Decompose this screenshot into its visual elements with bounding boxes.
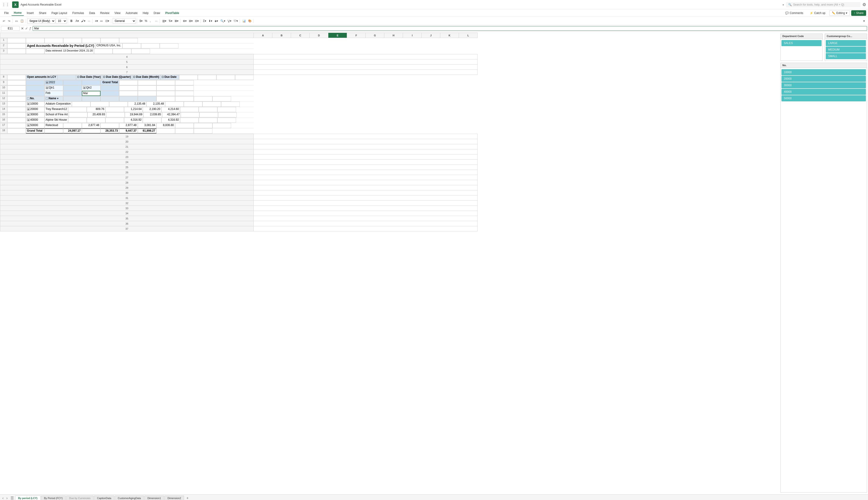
find-button[interactable]: 🔍▾ (220, 19, 226, 23)
cell-c14[interactable]: Trey Research12 (45, 107, 68, 112)
cell-a2[interactable] (7, 43, 26, 48)
pivot-item-10000[interactable]: 10000 (781, 69, 866, 75)
menu-view[interactable]: View (112, 11, 123, 15)
menu-automate[interactable]: Automate (123, 11, 140, 15)
pivot-item-small[interactable]: SMALL (826, 53, 866, 59)
pivot-item-50000[interactable]: 50000 (781, 95, 866, 101)
cell-d13[interactable] (72, 102, 90, 107)
cell-a8[interactable] (7, 75, 26, 80)
share-button[interactable]: ↑ Share (851, 10, 866, 16)
merge-button[interactable]: ⊠▾ (174, 19, 179, 23)
cell-row37[interactable] (254, 226, 478, 231)
cell-b18[interactable]: Grand Total (26, 128, 45, 134)
cell-i15[interactable]: 42,394.47 (162, 112, 181, 117)
border-button[interactable]: ▭ (14, 19, 19, 23)
pivot-item-medium[interactable]: MEDIUM (826, 47, 866, 53)
cell-e17[interactable]: 2,877.48 (82, 123, 101, 128)
cell-d8[interactable] (57, 75, 76, 80)
cell-row28[interactable] (254, 180, 478, 185)
cell-h10[interactable] (101, 86, 119, 91)
cell-row36[interactable] (254, 221, 478, 226)
comments-button[interactable]: 💬 Comments (783, 10, 806, 16)
cell-i17[interactable]: 8,836.80 (156, 123, 175, 128)
filter-name-icon[interactable]: ▾ (57, 97, 58, 100)
cell-f9[interactable] (63, 80, 82, 85)
menu-review[interactable]: Review (98, 11, 112, 15)
cell-h9[interactable]: Grand Total (101, 80, 119, 85)
sheet-tab-customeragingdata[interactable]: CustomerAgingData (115, 496, 144, 500)
cell-f8[interactable]: ☐ Due Date (Quarter) (102, 75, 132, 80)
cell-row5[interactable] (254, 59, 478, 65)
cell-g17[interactable]: 2,877.48 (119, 123, 138, 128)
cell-g16[interactable]: 4,316.92 (124, 118, 143, 123)
cell-b2[interactable]: Aged Accounts Receivable by Period (LCY) (26, 43, 96, 48)
expand-icon-10000[interactable]: ⊞ (27, 102, 30, 105)
sheet-tab-captiondata[interactable]: CaptionData (94, 496, 114, 500)
menu-share[interactable]: Share (37, 11, 49, 15)
cell-h13[interactable]: 2,135.48 (146, 102, 165, 107)
sheet-tab-due-currencies[interactable]: Due by Currencies (66, 496, 93, 500)
cell-e8[interactable]: ☐ Due Date (Year) (76, 75, 102, 80)
cell-j8[interactable] (198, 75, 216, 80)
cell-l1[interactable] (119, 38, 138, 43)
more-font-button[interactable]: ··· (87, 19, 91, 23)
cell-e11[interactable]: Feb (45, 91, 63, 96)
cell-b10[interactable] (26, 86, 45, 91)
cell-l2[interactable] (160, 43, 178, 48)
font-size-select[interactable]: 10 (56, 18, 67, 24)
expand-icon-40000[interactable]: ⊞ (27, 118, 30, 121)
menu-page-layout[interactable]: Page Layout (49, 11, 69, 15)
expand-icon-30000[interactable]: ⊞ (27, 113, 30, 116)
cell-j1[interactable] (82, 38, 101, 43)
cell-b8[interactable]: Open amounts in LCY (26, 75, 57, 80)
cell-e15[interactable]: 20,409.93 (88, 112, 106, 117)
cell-row4[interactable] (254, 54, 478, 59)
cell-d18[interactable] (45, 128, 63, 134)
cell-f12[interactable] (101, 96, 119, 101)
cell-f13[interactable] (109, 102, 128, 107)
cell-c12[interactable]: Name ▾ (45, 96, 63, 101)
cell-row19[interactable] (254, 134, 478, 139)
app-grid-icon[interactable]: ⋮⋮ (2, 2, 9, 7)
cell-row31[interactable] (254, 195, 478, 201)
cell-h18[interactable]: 9,447.37 (119, 128, 138, 134)
cell-l8[interactable] (235, 75, 254, 80)
cell-c16[interactable]: Alpine Ski House (45, 118, 68, 123)
expand-icon-qtr2[interactable]: ⊞ (83, 86, 86, 89)
col-header-a[interactable]: A (254, 33, 272, 38)
cell-h2[interactable]: CRONUS USA, Inc. (96, 43, 122, 48)
percent-button[interactable]: % (144, 19, 148, 23)
cell-f10[interactable] (63, 86, 82, 91)
cell-h12[interactable] (138, 96, 156, 101)
sheet-tab-by-period-fcy[interactable]: By Period (FCY) (41, 496, 66, 500)
comma-button[interactable]: , (149, 19, 154, 23)
cell-b13[interactable]: ⊞10000 (26, 102, 45, 107)
sheet-menu-button[interactable]: ☰ (9, 496, 15, 500)
cell-b1[interactable] (26, 38, 45, 43)
col-header-e[interactable]: E (329, 33, 347, 38)
filter-btn[interactable]: ⋁▾ (227, 19, 232, 23)
expand-icon-2022[interactable]: ⊞ (46, 81, 48, 84)
cell-row25[interactable] (254, 165, 478, 170)
col-header-i[interactable]: I (403, 33, 422, 38)
sensitivity-btn[interactable]: 🛡▾ (233, 19, 239, 23)
catchup-button[interactable]: ⚡ Catch up (807, 10, 828, 16)
cancel-formula-button[interactable]: ✕ (21, 26, 24, 30)
menu-data[interactable]: Data (87, 11, 97, 15)
undo-button[interactable]: ↩ (2, 19, 7, 23)
cell-row29[interactable] (254, 185, 478, 190)
cell-row24[interactable] (254, 160, 478, 165)
color-scale-button[interactable]: 🎨 (247, 19, 253, 23)
pivot-item-large[interactable]: LARGE (826, 40, 866, 46)
cell-h16[interactable] (143, 118, 162, 123)
cell-i16[interactable]: 4,316.92 (162, 118, 180, 123)
cell-d17[interactable] (63, 123, 82, 128)
sheet-tab-dimension1[interactable]: Dimension1 (144, 496, 164, 500)
cell-e10[interactable]: ⊞Qtr1 (45, 86, 63, 91)
menu-home[interactable]: Home (11, 10, 24, 16)
cell-j2[interactable] (122, 43, 141, 48)
cell-b9[interactable] (26, 80, 45, 85)
fill-color-button[interactable]: 🖌▾ (80, 19, 86, 23)
cell-g9[interactable] (82, 80, 101, 85)
menu-file[interactable]: File (2, 11, 11, 15)
